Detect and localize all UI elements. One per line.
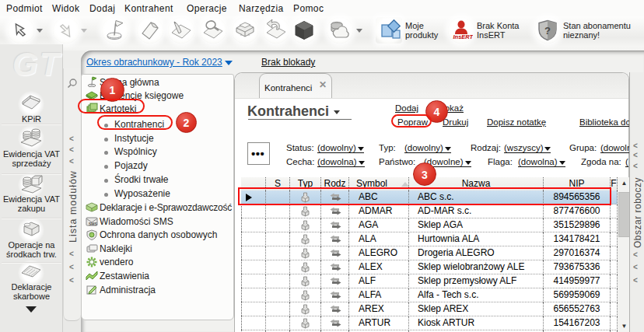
- svg-text:InsERT: InsERT: [453, 33, 474, 40]
- svg-text:?: ?: [544, 25, 551, 37]
- svg-text:SMS: SMS: [89, 222, 98, 226]
